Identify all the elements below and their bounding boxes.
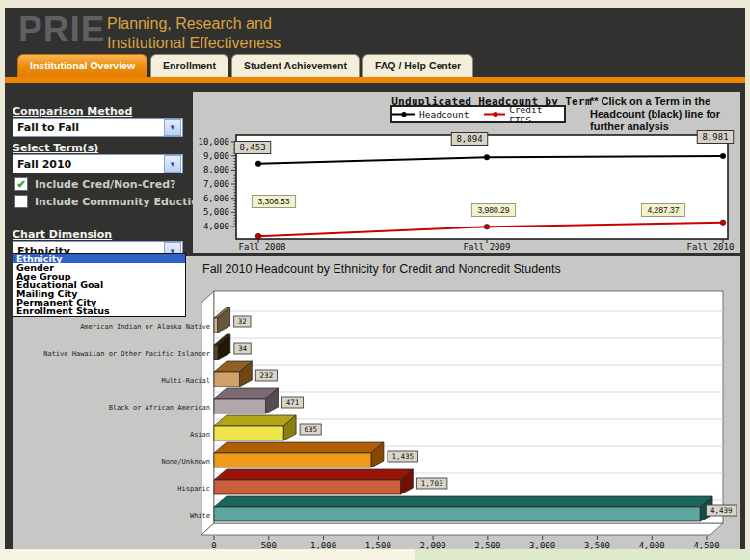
svg-text:0: 0 (211, 541, 216, 549)
svg-text:500: 500 (261, 541, 277, 549)
svg-text:10,000: 10,000 (198, 137, 229, 147)
app-frame: PRIE Planning, Research and Institutiona… (5, 8, 745, 549)
svg-text:1,703: 1,703 (421, 479, 443, 488)
legend-item: Headcount (392, 109, 469, 120)
svg-text:4,439: 4,439 (710, 506, 733, 515)
chevron-down-icon[interactable]: ▼ (164, 119, 181, 136)
svg-text:635: 635 (304, 425, 317, 434)
svg-text:9,000: 9,000 (203, 151, 229, 161)
checkbox-checked-icon[interactable]: ✔ (14, 177, 28, 191)
legend-item: Credit FTES (484, 104, 564, 125)
svg-text:3,306.53: 3,306.53 (257, 197, 289, 206)
include-cred-label: Include Cred/Non-Cred? (35, 178, 175, 191)
tab-student-achievement[interactable]: Student Achievement (231, 54, 360, 77)
select-terms-select[interactable]: Fall 2010 ▼ (13, 154, 183, 173)
tab-enrollment[interactable]: Enrollment (150, 54, 228, 77)
svg-text:8,453: 8,453 (239, 143, 265, 152)
subtitle-line2: Institutional Effectiveness (107, 34, 281, 53)
comparison-method-select[interactable]: Fall to Fall ▼ (13, 118, 183, 137)
chart-legend: HeadcountCredit FTES (390, 105, 566, 123)
comparison-method-value: Fall to Fall (13, 121, 163, 134)
svg-text:Asian: Asian (190, 431, 210, 439)
chevron-down-icon[interactable]: ▼ (164, 155, 181, 173)
svg-text:32: 32 (238, 317, 247, 326)
subtitle-line1: Planning, Research and (107, 14, 281, 34)
svg-text:Fall 2008: Fall 2008 (239, 242, 286, 252)
include-community-label: Include Community Eduction? (35, 196, 212, 208)
tab-faq-help-center[interactable]: FAQ / Help Center (362, 54, 473, 77)
svg-text:4,500: 4,500 (693, 541, 719, 549)
legend-line-marker-icon (484, 110, 505, 119)
svg-text:8,981: 8,981 (702, 132, 728, 142)
select-terms-value: Fall 2010 (13, 158, 163, 171)
svg-text:7,000: 7,000 (203, 179, 229, 189)
headcount-chart-panel: Unduplicated Headcount by Term Headcount… (193, 92, 740, 253)
tab-bar: Institutional Overview Enrollment Studen… (17, 54, 473, 77)
svg-text:232: 232 (260, 371, 274, 380)
svg-text:471: 471 (286, 398, 300, 407)
page: PRIE Planning, Research and Institutiona… (0, 0, 750, 560)
checkbox-unchecked-icon[interactable] (14, 195, 28, 208)
app-subtitle: Planning, Research and Institutional Eff… (107, 14, 281, 52)
bottom-strip-right (415, 549, 750, 560)
chart-dimension-listbox: Ethnicity Gender Age Group Educational G… (13, 253, 186, 317)
svg-text:Fall 2009: Fall 2009 (464, 242, 511, 252)
svg-text:Hispanic: Hispanic (177, 485, 210, 493)
svg-text:3,980.29: 3,980.29 (477, 205, 509, 215)
svg-text:Black or African American: Black or African American (109, 404, 210, 412)
include-cred-checkbox-row[interactable]: ✔ Include Cred/Non-Cred? (14, 177, 175, 191)
orange-accent-bar (5, 77, 745, 83)
svg-text:8,000: 8,000 (203, 165, 229, 174)
svg-text:3,500: 3,500 (584, 541, 610, 549)
dropdown-option-enrollment-status[interactable]: Enrollment Status (13, 307, 185, 315)
svg-text:34: 34 (238, 344, 248, 353)
bottom-strip-left (0, 549, 415, 560)
comparison-method-label: Comparison Method (13, 105, 132, 118)
svg-text:3,000: 3,000 (529, 541, 555, 549)
svg-text:4,000: 4,000 (203, 222, 229, 231)
tab-institutional-overview[interactable]: Institutional Overview (17, 54, 147, 77)
svg-text:1,435: 1,435 (391, 452, 414, 461)
svg-text:Native Hawaiian or Other Pacif: Native Hawaiian or Other Pacific Islande… (43, 350, 210, 358)
svg-text:1,500: 1,500 (365, 541, 391, 549)
prie-logo: PRIE (18, 10, 105, 50)
svg-text:2,500: 2,500 (474, 541, 500, 549)
svg-text:Fall 2010: Fall 2010 (687, 242, 735, 252)
headcount-chart-annotation: ** Click on a Term in the Headcount (bla… (590, 95, 737, 133)
svg-text:6,000: 6,000 (203, 194, 229, 203)
include-community-checkbox-row[interactable]: Include Community Eduction? (14, 195, 212, 208)
svg-text:2,000: 2,000 (420, 541, 446, 549)
svg-text:None/Unknown: None/Unknown (161, 458, 210, 466)
legend-line-marker-icon (392, 110, 415, 119)
chart-dimension-label: Chart Dimension (13, 228, 112, 241)
select-terms-label: Select Term(s) (13, 142, 98, 154)
svg-text:White: White (190, 512, 210, 520)
svg-text:5,000: 5,000 (203, 207, 229, 217)
svg-text:American Indian or Alaska Nati: American Indian or Alaska Native (80, 323, 210, 331)
svg-text:Multi-Racial: Multi-Racial (161, 377, 210, 385)
svg-text:4,000: 4,000 (639, 541, 665, 549)
svg-text:4,287.37: 4,287.37 (647, 205, 679, 215)
svg-text:1,000: 1,000 (310, 541, 336, 549)
svg-text:8,894: 8,894 (456, 134, 482, 144)
